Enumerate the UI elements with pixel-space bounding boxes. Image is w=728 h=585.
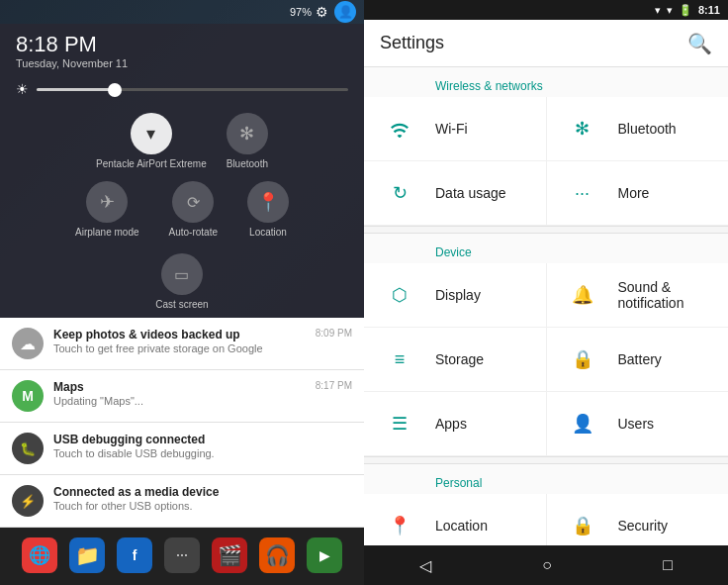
cast-label: Cast screen — [155, 299, 208, 310]
wifi-icon — [380, 109, 419, 148]
signal-icon: ▾ — [655, 4, 661, 17]
recents-button-right[interactable]: □ — [663, 556, 673, 574]
data-usage-label: Data usage — [435, 185, 530, 201]
divider-device — [364, 226, 728, 234]
clock-date: Tuesday, November 11 — [16, 57, 128, 69]
dock-chrome[interactable]: 🌐 — [22, 537, 57, 573]
notification-maps[interactable]: M Maps Updating "Maps"... 8:17 PM — [0, 370, 364, 423]
settings-wifi[interactable]: Wi-Fi — [364, 97, 547, 160]
data-usage-icon: ↻ — [380, 173, 419, 213]
apps-label: Apps — [435, 416, 530, 432]
back-button-right[interactable]: ◁ — [419, 556, 431, 575]
media-device-content: Connected as a media device Touch for ot… — [53, 485, 352, 512]
settings-search-button[interactable]: 🔍 — [687, 32, 712, 55]
cast-icon: ▭ — [161, 253, 203, 295]
wifi-status-icon: ▾ — [667, 4, 673, 17]
data-more-row: ↻ Data usage ··· More — [364, 161, 728, 226]
brightness-thumb[interactable] — [108, 83, 122, 97]
home-button-right[interactable]: ○ — [542, 556, 552, 574]
wifi-toggle-label: Pentacle AirPort Extreme — [96, 158, 207, 169]
location-toggle[interactable]: 📍 Location — [247, 181, 289, 238]
section-header-device: Device — [364, 234, 728, 263]
backup-notif-content: Keep photos & videos backed up Touch to … — [53, 328, 306, 354]
quick-toggles-row3: ▭ Cast screen — [0, 245, 364, 318]
dock-facebook[interactable]: f — [117, 537, 152, 573]
section-header-personal: Personal — [364, 464, 728, 494]
dock-apps[interactable]: ⋯ — [164, 537, 200, 573]
settings-apps[interactable]: ☰ Apps — [364, 392, 547, 455]
settings-storage[interactable]: ≡ Storage — [364, 328, 547, 391]
dock-playstore[interactable]: ▶ — [307, 537, 342, 573]
autorotate-label: Auto-rotate — [169, 227, 218, 238]
wifi-toggle[interactable]: ▾ Pentacle AirPort Extreme — [96, 113, 207, 169]
status-time: 8:11 — [698, 4, 720, 16]
maps-notif-body: Updating "Maps"... — [53, 395, 306, 407]
dock-video[interactable]: 🎬 — [212, 537, 247, 573]
settings-bluetooth[interactable]: ✻ Bluetooth — [547, 97, 729, 160]
settings-more[interactable]: ··· More — [547, 161, 729, 225]
settings-status-bar: ▾ ▾ 🔋 8:11 — [364, 0, 728, 20]
location-label: Location — [435, 518, 530, 534]
notification-usb-debug[interactable]: 🐛 USB debugging connected Touch to disab… — [0, 423, 364, 475]
security-icon: 🔒 — [563, 506, 602, 545]
autorotate-toggle[interactable]: ⟳ Auto-rotate — [169, 181, 218, 238]
settings-sound[interactable]: 🔔 Sound & notification — [547, 263, 729, 327]
cast-toggle[interactable]: ▭ Cast screen — [155, 253, 208, 310]
display-label: Display — [435, 287, 530, 303]
section-header-wireless: Wireless & networks — [364, 67, 728, 97]
brightness-icon: ☀ — [16, 81, 29, 97]
display-icon: ⬡ — [380, 275, 419, 315]
location-security-row: 📍 Location 🔒 Security — [364, 494, 728, 545]
settings-security[interactable]: 🔒 Security — [547, 494, 729, 545]
battery-label: Battery — [618, 351, 713, 367]
more-icon: ··· — [563, 173, 602, 213]
dock-music[interactable]: 🎧 — [259, 537, 295, 573]
airplane-icon: ✈ — [86, 181, 128, 223]
maps-notif-content: Maps Updating "Maps"... — [53, 380, 306, 407]
battery-icon: 🔒 — [563, 340, 602, 379]
sound-label: Sound & notification — [618, 279, 713, 311]
notification-shade-panel: 97% ⚙ 👤 8:18 PM Tuesday, November 11 ☀ ▾… — [0, 0, 364, 585]
settings-panel: ▾ ▾ 🔋 8:11 Settings 🔍 Wireless & network… — [364, 0, 728, 585]
settings-display[interactable]: ⬡ Display — [364, 263, 547, 327]
maps-notif-time: 8:17 PM — [316, 380, 352, 391]
notification-media-device[interactable]: ⚡ Connected as a media device Touch for … — [0, 475, 364, 528]
battery-status-icon: 🔋 — [679, 4, 692, 17]
bluetooth-toggle-icon: ✻ — [227, 113, 268, 154]
notification-shade: 8:18 PM Tuesday, November 11 ☀ ▾ Pentacl… — [0, 24, 364, 318]
status-icons: ⚙ 👤 — [316, 1, 356, 23]
media-device-notif-icon: ⚡ — [12, 485, 44, 517]
brightness-slider[interactable] — [37, 88, 348, 91]
settings-icon[interactable]: ⚙ — [316, 4, 328, 20]
wifi-toggle-icon: ▾ — [131, 113, 172, 154]
wifi-label: Wi-Fi — [435, 121, 530, 137]
usb-debug-body: Touch to disable USB debugging. — [53, 447, 352, 459]
security-label: Security — [618, 518, 713, 534]
location-icon: 📍 — [380, 506, 419, 545]
settings-users[interactable]: 👤 Users — [547, 392, 729, 455]
settings-data-usage[interactable]: ↻ Data usage — [364, 161, 547, 225]
settings-list: Wireless & networks Wi-Fi ✻ Bluetooth ↻ … — [364, 67, 728, 545]
sound-icon: 🔔 — [563, 275, 602, 315]
clock-time: 8:18 PM — [16, 32, 128, 57]
bluetooth-toggle[interactable]: ✻ Bluetooth — [227, 113, 268, 169]
users-icon: 👤 — [563, 404, 602, 443]
settings-battery[interactable]: 🔒 Battery — [547, 328, 729, 391]
nav-bar-right: ◁ ○ □ — [364, 545, 728, 585]
more-label: More — [618, 185, 713, 201]
avatar-icon[interactable]: 👤 — [334, 1, 356, 23]
storage-battery-row: ≡ Storage 🔒 Battery — [364, 328, 728, 392]
display-sound-row: ⬡ Display 🔔 Sound & notification — [364, 263, 728, 328]
airplane-toggle[interactable]: ✈ Airplane mode — [75, 181, 138, 238]
notification-backup[interactable]: ☁ Keep photos & videos backed up Touch t… — [0, 318, 364, 370]
media-device-body: Touch for other USB options. — [53, 500, 352, 512]
backup-notif-time: 8:09 PM — [316, 328, 352, 339]
battery-percentage: 97% — [290, 6, 312, 18]
backup-notif-icon: ☁ — [12, 328, 44, 359]
brightness-row: ☀ — [0, 73, 364, 105]
media-device-title: Connected as a media device — [53, 485, 352, 499]
dock-files[interactable]: 📁 — [69, 537, 105, 573]
brightness-fill — [37, 88, 115, 91]
settings-location[interactable]: 📍 Location — [364, 494, 547, 545]
location-toggle-label: Location — [249, 227, 287, 238]
